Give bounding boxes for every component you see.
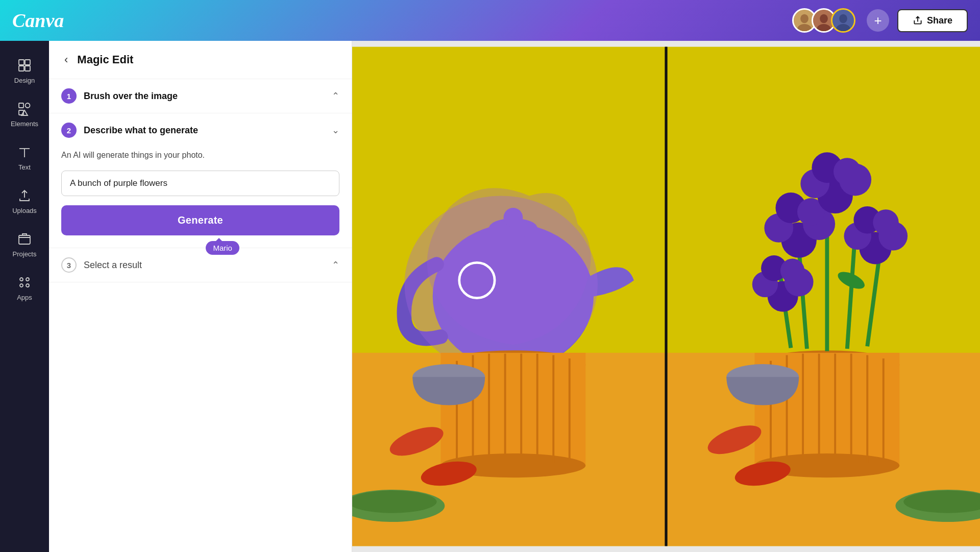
- step1-section: 1 Brush over the image ⌃: [49, 79, 352, 113]
- text-icon: [16, 144, 33, 160]
- svg-point-21: [26, 278, 29, 281]
- svg-point-7: [839, 14, 847, 23]
- svg-rect-13: [19, 103, 23, 108]
- step2-body: An AI will generate things in your photo…: [49, 147, 352, 248]
- header: Canva + Share: [0, 0, 980, 41]
- sidebar-label-apps: Apps: [17, 294, 32, 301]
- share-label: Share: [927, 15, 952, 26]
- sidebar-label-projects: Projects: [13, 250, 37, 258]
- icon-sidebar: Design Elements Text: [0, 41, 49, 552]
- sidebar-label-uploads: Uploads: [12, 207, 37, 214]
- step2-badge: 2: [61, 123, 77, 138]
- generate-text-input[interactable]: [61, 171, 339, 196]
- generate-button-area: Generate Mario: [61, 205, 339, 235]
- step3-title: Select a result: [84, 260, 142, 271]
- svg-point-20: [20, 278, 23, 281]
- step2-section: 2 Describe what to generate ⌄ An AI will…: [49, 113, 352, 248]
- step3-chevron: ⌃: [332, 259, 339, 271]
- elements-icon: [16, 101, 33, 117]
- step1-chevron: ⌃: [332, 90, 339, 102]
- svg-point-14: [26, 103, 30, 108]
- svg-rect-12: [25, 66, 30, 71]
- step1-left: 1 Brush over the image: [61, 88, 178, 104]
- main-layout: Design Elements Text: [0, 41, 980, 552]
- magic-edit-panel: ‹ Magic Edit 1 Brush over the image ⌃ 2 …: [49, 41, 352, 552]
- svg-point-23: [26, 284, 29, 287]
- step2-chevron: ⌄: [332, 125, 339, 136]
- sidebar-item-apps[interactable]: Apps: [0, 267, 49, 308]
- sidebar-label-elements: Elements: [11, 120, 38, 128]
- canvas-svg: [352, 41, 980, 552]
- svg-point-83: [780, 258, 804, 282]
- design-icon: [16, 57, 33, 74]
- step3-header[interactable]: 3 Select a result ⌃: [49, 248, 352, 282]
- step2-title: Describe what to generate: [84, 125, 198, 136]
- svg-rect-10: [25, 60, 30, 65]
- projects-icon: [16, 231, 33, 247]
- avatar-3[interactable]: [831, 8, 855, 33]
- share-icon: [913, 15, 923, 26]
- step1-title: Brush over the image: [84, 91, 178, 102]
- panel-title: Magic Edit: [77, 53, 133, 66]
- panel-header: ‹ Magic Edit: [49, 41, 352, 79]
- step1-badge: 1: [61, 88, 77, 104]
- apps-icon: [16, 274, 33, 291]
- sidebar-label-text: Text: [18, 163, 31, 171]
- canva-logo: Canva: [12, 9, 792, 32]
- generate-button[interactable]: Generate: [61, 205, 339, 235]
- step2-description: An AI will generate things in your photo…: [61, 149, 339, 161]
- svg-point-4: [820, 14, 828, 23]
- step1-header[interactable]: 1 Brush over the image ⌃: [49, 79, 352, 113]
- sidebar-label-design: Design: [14, 77, 35, 84]
- svg-point-90: [352, 491, 437, 513]
- svg-point-73: [834, 158, 861, 185]
- canvas-image: [352, 41, 980, 552]
- svg-point-78: [873, 209, 898, 235]
- sidebar-item-projects[interactable]: Projects: [0, 224, 49, 265]
- svg-rect-11: [19, 66, 24, 71]
- collab-avatars: [792, 8, 855, 33]
- add-collaborator-button[interactable]: +: [867, 9, 889, 32]
- back-button[interactable]: ‹: [61, 52, 71, 67]
- step2-left: 2 Describe what to generate: [61, 123, 198, 138]
- sidebar-item-elements[interactable]: Elements: [0, 93, 49, 135]
- step3-section: 3 Select a result ⌃: [49, 248, 352, 282]
- svg-rect-19: [19, 235, 30, 244]
- canvas-area[interactable]: [352, 41, 980, 552]
- sidebar-item-uploads[interactable]: Uploads: [0, 180, 49, 222]
- step3-badge: 3: [61, 257, 77, 273]
- sidebar-item-text[interactable]: Text: [0, 137, 49, 178]
- svg-point-22: [20, 284, 23, 287]
- step3-left: 3 Select a result: [61, 257, 142, 273]
- uploads-icon: [16, 187, 33, 204]
- svg-rect-9: [19, 60, 24, 65]
- share-button[interactable]: Share: [897, 9, 968, 32]
- sidebar-item-design[interactable]: Design: [0, 50, 49, 91]
- step2-header[interactable]: 2 Describe what to generate ⌄: [49, 113, 352, 147]
- svg-point-1: [800, 14, 808, 23]
